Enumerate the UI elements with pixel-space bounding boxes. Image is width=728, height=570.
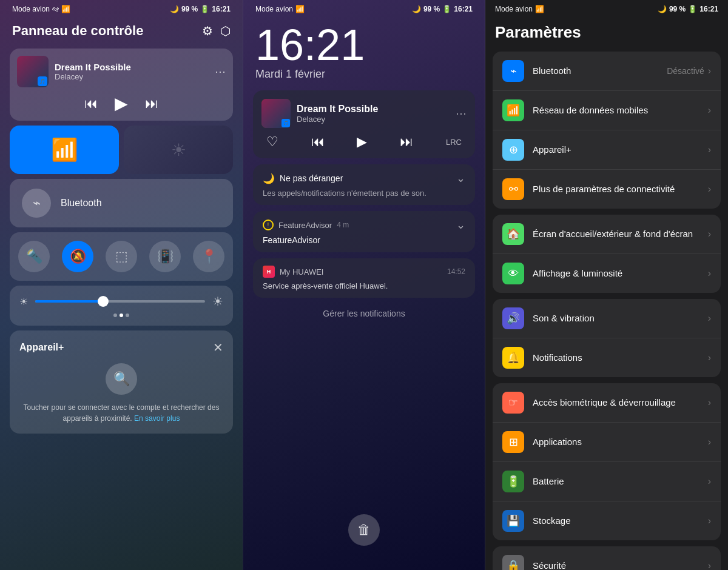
bluetooth-card[interactable]: ⌁ Bluetooth bbox=[10, 179, 233, 227]
location-icon: 📍 bbox=[201, 249, 217, 264]
dnd-expand-icon[interactable]: ⌄ bbox=[456, 172, 465, 185]
flashlight-toggle[interactable]: 🔦 bbox=[18, 241, 50, 272]
p3-status-left: Mode avion 📶 bbox=[495, 5, 544, 13]
notif-top: 🎵 Dream It Possible Delacey ⋯ bbox=[261, 99, 467, 128]
notif-prev-button[interactable]: ⏮ bbox=[311, 134, 325, 150]
music-thumbnail: 🎵 bbox=[17, 56, 49, 87]
settings-group-sound-notif: 🔊 Son & vibration › 🔔 Notifications › bbox=[493, 299, 721, 377]
storage-icon: 💾 bbox=[502, 510, 524, 532]
battery-chevron: › bbox=[708, 476, 711, 487]
music-title: Dream It Possible bbox=[55, 62, 209, 72]
display-label: Affichage & luminosité bbox=[533, 267, 708, 280]
bluetooth-settings-label: Bluetooth bbox=[533, 65, 667, 77]
panel1-header: Panneau de contrôle ⚙ ⬡ bbox=[10, 18, 233, 49]
p3-battery-icon: 🔋 bbox=[688, 5, 697, 13]
dnd-header: 🌙 Ne pas déranger ⌄ bbox=[263, 172, 465, 185]
notif-menu-icon[interactable]: ⋯ bbox=[456, 107, 467, 120]
mode-avion-label: Mode avion 🛩 bbox=[12, 5, 59, 13]
share-icon[interactable]: ⬡ bbox=[220, 24, 231, 38]
rotate-toggle[interactable]: ⬚ bbox=[106, 241, 137, 272]
appareils-link[interactable]: En savoir plus bbox=[134, 414, 180, 423]
music-notification-card[interactable]: 🎵 Dream It Possible Delacey ⋯ ♡ ⏮ ▶ ⏭ LR… bbox=[253, 90, 475, 158]
settings-page-title: Paramètres bbox=[485, 18, 728, 52]
sound-label: Son & vibration bbox=[533, 312, 708, 324]
status-right: 🌙 99 % 🔋 16:21 bbox=[170, 5, 231, 13]
securite-label: Sécurité bbox=[533, 560, 708, 570]
location-toggle[interactable]: 📍 bbox=[193, 241, 224, 272]
wifi-status-icon: 📶 bbox=[61, 5, 70, 13]
next-button[interactable]: ⏭ bbox=[145, 96, 158, 112]
notifications-icon: 🔔 bbox=[502, 347, 524, 369]
feature-advisor-card[interactable]: ! FeatureAdvisor 4 m ⌄ FeatureAdvisor bbox=[253, 211, 475, 252]
lock-screen-panel: Mode avion 📶 🌙 99 % 🔋 16:21 16:21 Mardi … bbox=[243, 0, 485, 570]
p2-battery-icon: 🔋 bbox=[442, 5, 451, 13]
notif-app-badge: 🎵 bbox=[281, 119, 290, 127]
settings-group-display: 🏠 Écran d'accueil/extérieur & fond d'écr… bbox=[493, 215, 721, 293]
brightness-track[interactable] bbox=[35, 300, 205, 303]
status-bar-panel2: Mode avion 📶 🌙 99 % 🔋 16:21 bbox=[253, 0, 475, 18]
big-time-display: 16:21 bbox=[255, 23, 475, 67]
settings-item-appareils-plus[interactable]: ⊕ Appareil+ › bbox=[493, 130, 721, 170]
fa-expand-icon[interactable]: ⌄ bbox=[456, 218, 465, 232]
p3-status-right: 🌙 99 % 🔋 16:21 bbox=[658, 5, 718, 13]
settings-icon[interactable]: ⚙ bbox=[202, 24, 213, 38]
brightness-thumb[interactable] bbox=[98, 296, 109, 307]
settings-item-storage[interactable]: 💾 Stockage › bbox=[493, 501, 721, 540]
settings-item-securite[interactable]: 🔒 Sécurité › bbox=[493, 546, 721, 570]
settings-item-sound[interactable]: 🔊 Son & vibration › bbox=[493, 299, 721, 338]
fa-app-name: FeatureAdvisor bbox=[278, 221, 332, 230]
music-app-badge: 🎵 bbox=[38, 76, 47, 86]
settings-item-more-connectivity[interactable]: ⚯ Plus de paramètres de connectivité › bbox=[493, 170, 721, 209]
appareils-title: Appareil+ bbox=[19, 342, 64, 353]
mute-toggle[interactable]: 🔕 bbox=[62, 241, 93, 272]
search-circle[interactable]: 🔍 bbox=[106, 363, 137, 395]
settings-item-display[interactable]: 👁 Affichage & luminosité › bbox=[493, 254, 721, 293]
vibrate-toggle[interactable]: 📳 bbox=[149, 241, 181, 272]
settings-item-applications[interactable]: ⊞ Applications › bbox=[493, 423, 721, 462]
clear-notifications-button[interactable]: 🗑 bbox=[348, 514, 380, 546]
settings-group-security-apps: ☞ Accès biométrique & déverrouillage › ⊞… bbox=[493, 383, 721, 540]
settings-item-notifications[interactable]: 🔔 Notifications › bbox=[493, 338, 721, 377]
settings-item-biometric[interactable]: ☞ Accès biométrique & déverrouillage › bbox=[493, 383, 721, 423]
huawei-notif-card[interactable]: H My HUAWEI 14:52 Service après-vente of… bbox=[253, 258, 475, 298]
dnd-card[interactable]: 🌙 Ne pas déranger ⌄ Les appels/notificat… bbox=[253, 164, 475, 205]
manage-notifications-button[interactable]: Gérer les notifications bbox=[253, 304, 475, 323]
settings-item-bluetooth[interactable]: ⌁ Bluetooth Désactivé › bbox=[493, 52, 721, 91]
notif-heart-button[interactable]: ♡ bbox=[266, 134, 278, 150]
search-icon: 🔍 bbox=[113, 371, 130, 387]
p3-clock: 16:21 bbox=[699, 5, 718, 13]
appareils-header: Appareil+ ✕ bbox=[19, 340, 223, 355]
music-top: 🎵 Dream It Possible Delacey ⋯ bbox=[17, 56, 226, 87]
p2-moon-icon: 🌙 bbox=[412, 5, 421, 13]
mobile-data-chevron: › bbox=[708, 105, 711, 116]
notif-thumbnail: 🎵 bbox=[261, 99, 291, 128]
play-button[interactable]: ▶ bbox=[115, 93, 128, 113]
mobile-data-label: Réseau de données mobiles bbox=[533, 104, 708, 116]
securite-chevron: › bbox=[708, 560, 711, 570]
moon-icon: 🌙 bbox=[170, 5, 179, 13]
control-panel: Mode avion 🛩 📶 🌙 99 % 🔋 16:21 Panneau de… bbox=[0, 0, 243, 570]
dnd-left: 🌙 Ne pas déranger bbox=[263, 173, 343, 184]
slider-row: ☀ ☀ bbox=[19, 294, 223, 309]
biometric-label: Accès biométrique & déverrouillage bbox=[533, 397, 708, 409]
mobile-data-icon: 📶 bbox=[502, 99, 524, 121]
notif-next-button[interactable]: ⏭ bbox=[400, 134, 413, 150]
fa-left: ! FeatureAdvisor 4 m bbox=[263, 220, 349, 230]
p3-moon-icon: 🌙 bbox=[658, 5, 667, 13]
applications-chevron: › bbox=[708, 437, 711, 448]
appareils-close-button[interactable]: ✕ bbox=[213, 340, 223, 355]
prev-button[interactable]: ⏮ bbox=[84, 96, 98, 112]
storage-chevron: › bbox=[708, 515, 711, 526]
music-menu-icon[interactable]: ⋯ bbox=[215, 65, 226, 78]
homescreen-icon: 🏠 bbox=[502, 223, 524, 245]
biometric-icon: ☞ bbox=[502, 392, 524, 414]
display-chevron: › bbox=[708, 268, 711, 279]
biometric-chevron: › bbox=[708, 397, 711, 408]
settings-item-mobile-data[interactable]: 📶 Réseau de données mobiles › bbox=[493, 91, 721, 130]
settings-item-homescreen[interactable]: 🏠 Écran d'accueil/extérieur & fond d'écr… bbox=[493, 215, 721, 254]
p2-mode-label: Mode avion bbox=[255, 5, 293, 13]
wifi-toggle[interactable]: 📶 bbox=[10, 126, 119, 174]
notif-play-button[interactable]: ▶ bbox=[357, 134, 367, 150]
applications-label: Applications bbox=[533, 436, 708, 448]
settings-item-battery[interactable]: 🔋 Batterie › bbox=[493, 462, 721, 501]
